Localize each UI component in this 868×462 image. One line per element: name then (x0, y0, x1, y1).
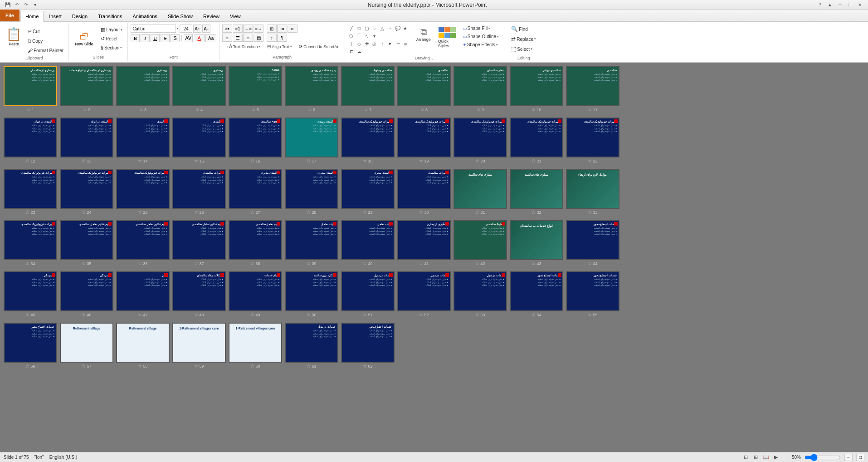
slide-item-9[interactable]: شمار سالمندان● متن نمونه برای اسلاید● مت… (454, 66, 507, 112)
font-size-input[interactable] (180, 25, 192, 33)
slide-item-32[interactable]: بیماری های سالمند☆32 (510, 169, 563, 215)
slide-item-39[interactable]: خواب تعامل● متن نمونه برای اسلاید● متن ن… (285, 220, 338, 266)
redo-qa-button[interactable]: ↷ (22, 1, 30, 9)
maximize-button[interactable]: □ (845, 1, 854, 9)
shape-outline-button[interactable]: ▭ Shape Outline ▾ (460, 33, 501, 40)
shape-line-btn[interactable]: ╱ (348, 25, 355, 32)
shape-freeform-btn[interactable]: ∿ (363, 32, 371, 39)
close-button[interactable]: ✕ (855, 1, 864, 9)
justify-button[interactable]: ▤ (254, 34, 263, 42)
replace-button[interactable]: ⇄ Replace ▾ (509, 34, 538, 44)
shape-circle-btn[interactable]: ○ (371, 25, 378, 32)
shape-callout-btn[interactable]: 💬 (394, 25, 401, 32)
shape-triangle-btn[interactable]: △ (379, 25, 386, 32)
slide-item-50[interactable]: عملکرد بهی سالمند● متن نمونه برای اسلاید… (285, 271, 338, 317)
animations-tab[interactable]: Animations (127, 10, 162, 21)
shape-cloud-btn[interactable]: ☁ (356, 48, 363, 55)
slide-item-52[interactable]: خدمات در منزل● متن نمونه برای اسلاید● مت… (397, 271, 451, 317)
slide-item-29[interactable]: سالمندی مدیری● متن نمونه برای اسلاید● مت… (341, 169, 395, 215)
slide-item-19[interactable]: تغییرات فیزیولوژیک سالمندی● متن نمونه بر… (397, 118, 451, 163)
slide-item-8[interactable]: سالمندی● متن نمونه برای اسلاید● متن نمون… (397, 66, 451, 112)
decrease-indent-button[interactable]: ←≡ (243, 25, 253, 33)
clear-format-button[interactable]: Aa (205, 34, 216, 42)
shape-brace-btn[interactable]: } (379, 40, 386, 47)
quick-styles-button[interactable]: Quick Styles (436, 25, 458, 50)
slide-item-15[interactable]: سالمندی● متن نمونه برای اسلاید● متن نمون… (172, 118, 226, 163)
slide-item-59[interactable]: 1-Retirement villages care☆59 (172, 323, 226, 369)
arrange-button[interactable]: ⧉ Arrange (413, 25, 434, 44)
save-qa-button[interactable]: 💾 (4, 1, 12, 9)
shape-arrow-btn[interactable]: → (386, 25, 394, 32)
slide-item-43[interactable]: انواع خدمات به سالمندان☆43 (510, 220, 563, 266)
copy-button[interactable]: ⧉ Copy (25, 37, 66, 45)
customize-qa-button[interactable]: ▾ (31, 1, 39, 9)
slide-item-42[interactable]: Aging سالمندی● متن نمونه برای اسلاید● مت… (454, 220, 507, 266)
shape-rect-btn[interactable]: □ (356, 25, 363, 32)
slide-item-4[interactable]: پرستاری● متن نمونه برای اسلاید● متن نمون… (172, 66, 226, 112)
review-tab[interactable]: Review (198, 10, 224, 21)
slide-item-60[interactable]: 1-Retirement villages care☆60 (229, 323, 282, 369)
section-button[interactable]: § Section ▾ (98, 44, 125, 52)
shape-pentagon-btn[interactable]: ⬠ (348, 32, 355, 39)
shape-scroll-btn[interactable]: ⌀ (402, 40, 409, 47)
font-spacing-button[interactable]: AV (184, 34, 193, 42)
slide-item-61[interactable]: خدمات در منزل● متن نمونه برای اسلاید● مت… (285, 323, 338, 369)
reading-view-button[interactable]: 📖 (761, 453, 770, 462)
shape-wave-btn[interactable]: 〜 (394, 40, 401, 47)
slide-item-10[interactable]: سالمندی جهانی● متن نمونه برای اسلاید● مت… (510, 66, 563, 112)
align-text-button[interactable]: ⊟ Align Text ▾ (265, 43, 294, 50)
slides-panel[interactable]: سالمندی● متن نمونه برای اسلاید● متن نمون… (0, 63, 868, 452)
file-tab[interactable]: File (0, 10, 20, 21)
drawing-expand-icon[interactable]: ⌄ (431, 56, 434, 60)
home-tab[interactable]: Home (20, 11, 44, 22)
slide-item-35[interactable]: رژیم غذایی تعامل سالمندی● متن نمونه برای… (60, 220, 113, 266)
strikethrough-button[interactable]: S (161, 34, 170, 42)
align-left-button[interactable]: ≡ (222, 34, 232, 42)
slide-item-38[interactable]: رژیم تعامل سالمندی● متن نمونه برای اسلای… (229, 220, 282, 266)
shape-fill-button[interactable]: ▭ Shape Fill ▾ (460, 25, 501, 32)
rtl-button[interactable]: ⇥ (277, 25, 287, 33)
underline-button[interactable]: U (151, 34, 160, 42)
slide-item-18[interactable]: تغییرات فیزیولوژیک سالمندی● متن نمونه بر… (341, 118, 395, 163)
slide-item-5[interactable]: Aging● متن نمونه برای اسلاید● متن نمونه … (229, 66, 282, 112)
shape-heart-btn[interactable]: ♥ (386, 40, 394, 47)
bold-button[interactable]: B (131, 34, 140, 42)
align-right-button[interactable]: ≡ (243, 34, 253, 42)
select-button[interactable]: ⬚ Select ▾ (509, 44, 535, 54)
slide-item-3[interactable]: پرستاری● متن نمونه برای اسلاید● متن نمون… (116, 66, 170, 112)
slide-item-17[interactable]: سالمندی رویدی● متن نمونه برای اسلاید● مت… (285, 118, 338, 163)
ltr-button[interactable]: ⇤ (288, 25, 297, 33)
slide-item-27[interactable]: سالمندی مدیری● متن نمونه برای اسلاید● مت… (229, 169, 282, 215)
zoom-out-button[interactable]: − (844, 454, 853, 461)
ribbon-collapse-button[interactable]: ▲ (825, 1, 834, 9)
decrease-font-button[interactable]: A↓ (202, 25, 210, 33)
shape-diamond-btn[interactable]: ◇ (356, 40, 363, 47)
insert-tab[interactable]: Insert (44, 10, 67, 21)
slide-item-30[interactable]: تغییرات سالمندی● متن نمونه برای اسلاید● … (397, 169, 451, 215)
help-button[interactable]: ? (815, 1, 824, 9)
slide-item-13[interactable]: سالمندی در ایران● متن نمونه برای اسلاید●… (60, 118, 113, 163)
bullets-button[interactable]: ≡• (222, 25, 232, 33)
slide-item-62[interactable]: خدمات اجتماع محور● متن نمونه برای اسلاید… (341, 323, 395, 369)
slide-item-23[interactable]: تغییرات فیزیولوژیک سالمندی● متن نمونه بر… (4, 169, 57, 215)
slide-item-47[interactable]: مالی● متن نمونه برای اسلاید● متن نمونه ب… (116, 271, 170, 317)
zoom-fit-button[interactable]: □ (856, 454, 864, 461)
shape-curve-btn[interactable]: ⌒ (356, 32, 363, 39)
columns-button[interactable]: ⊞ (267, 25, 277, 33)
new-slide-button[interactable]: 🗗 New Slide (72, 29, 97, 48)
design-tab[interactable]: Design (67, 10, 93, 21)
slide-item-14[interactable]: سالمندی● متن نمونه برای اسلاید● متن نمون… (116, 118, 170, 163)
font-color-button[interactable]: A (194, 34, 205, 42)
slide-item-7[interactable]: سالمندی Aging● متن نمونه برای اسلاید● مت… (341, 66, 395, 112)
slide-item-24[interactable]: تغییرات فیزیولوژیک سالمندی● متن نمونه بر… (60, 169, 113, 215)
slide-sorter-button[interactable]: ⊞ (751, 453, 761, 462)
slide-item-36[interactable]: رژیم غذایی تعامل سالمندی● متن نمونه برای… (116, 220, 170, 266)
center-button[interactable]: ☰ (233, 34, 243, 42)
slide-item-28[interactable]: سالمندی مدیری● متن نمونه برای اسلاید● مت… (285, 169, 338, 215)
shape-star-btn[interactable]: ★ (402, 25, 409, 32)
slide-item-54[interactable]: خدمات اجتماع محور● متن نمونه برای اسلاید… (510, 271, 563, 317)
slide-item-55[interactable]: خدمات اجتماع محور● متن نمونه برای اسلاید… (566, 271, 619, 317)
minimize-button[interactable]: ─ (835, 1, 844, 9)
shape-effects-button[interactable]: ✦ Shape Effects ▾ (460, 41, 501, 49)
shape-cylinder-btn[interactable]: ⊏ (348, 48, 355, 55)
